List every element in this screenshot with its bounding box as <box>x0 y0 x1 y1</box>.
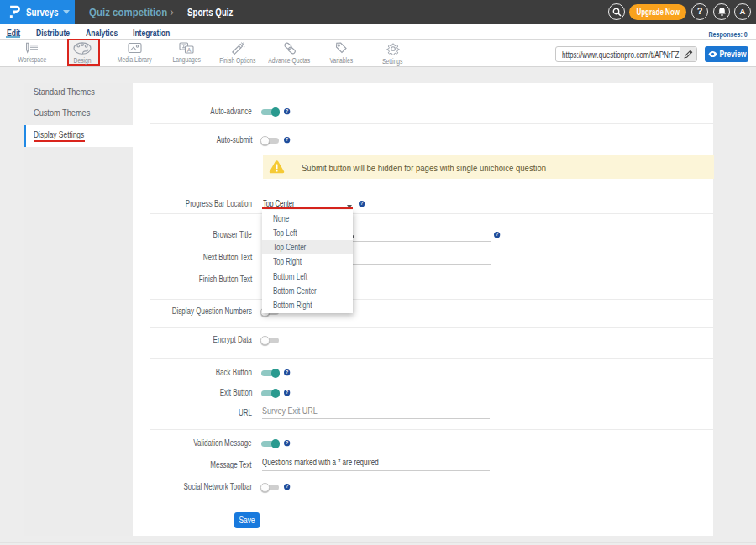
svg-text:A: A <box>187 47 192 53</box>
